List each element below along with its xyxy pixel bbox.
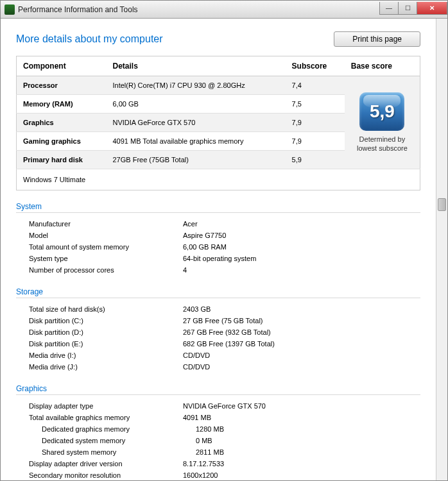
col-component: Component [17, 56, 107, 76]
section-title-storage: Storage [16, 287, 420, 298]
kv-row: Media drive (I:)CD/DVD [16, 350, 420, 361]
kv-row: ManufacturerAcer [16, 218, 420, 230]
row-details: 4091 MB Total available graphics memory [106, 132, 285, 151]
col-details: Details [106, 56, 285, 76]
kv-value: NVIDIA GeForce GTX 570 [183, 402, 266, 410]
kv-label: Display adapter type [29, 402, 183, 410]
kv-label: System type [29, 255, 183, 262]
row-details: 6,00 GB [106, 95, 285, 114]
header-row: More details about my computer Print thi… [16, 31, 420, 47]
kv-value: 64-bit operating system [183, 255, 256, 262]
kv-label: Shared system memory [42, 448, 196, 456]
kv-value: Acer [183, 220, 198, 228]
kv-value: 682 GB Free (1397 GB Total) [183, 340, 275, 348]
basescore-badge-icon: 5,9 [359, 92, 404, 131]
kv-row: Total size of hard disk(s)2403 GB [16, 303, 420, 315]
kv-value: 4 [183, 266, 187, 274]
basescore-number: 5,9 [370, 101, 395, 122]
row-subscore: 7,9 [286, 132, 345, 151]
row-label: Primary hard disk [17, 151, 107, 169]
kv-row: Disk partition (D:)267 GB Free (932 GB T… [16, 326, 420, 338]
kv-label: Model [29, 232, 183, 239]
basescore-box: 5,9 Determined by lowest subscore [357, 92, 408, 153]
row-label: Memory (RAM) [17, 95, 107, 114]
window-controls: — ☐ ✕ [380, 2, 447, 15]
close-button[interactable]: ✕ [417, 2, 447, 15]
kv-row: Dedicated graphics memory1280 MB [16, 423, 420, 435]
kv-row: Disk partition (E:)682 GB Free (1397 GB … [16, 338, 420, 350]
kv-value: CD/DVD [183, 363, 210, 371]
kv-label: Number of processor cores [29, 266, 183, 274]
score-row-processor: Processor Intel(R) Core(TM) i7 CPU 930 @… [17, 76, 420, 95]
row-label: Processor [17, 76, 107, 95]
kv-label: Disk partition (D:) [29, 328, 183, 336]
print-button[interactable]: Print this page [334, 31, 420, 47]
kv-value: 1280 MB [196, 425, 224, 433]
scrollbar[interactable] [436, 19, 447, 480]
app-icon [4, 4, 15, 15]
kv-value: CD/DVD [183, 351, 210, 359]
kv-label: Media drive (I:) [29, 351, 183, 359]
row-label: Gaming graphics [17, 132, 107, 151]
kv-value: 267 GB Free (932 GB Total) [183, 328, 271, 336]
score-table: Component Details Subscore Base score Pr… [16, 56, 420, 190]
score-row-os: Windows 7 Ultimate [17, 169, 420, 190]
kv-row: Secondary monitor resolution1600x1200 [16, 469, 420, 480]
kv-row: Dedicated system memory0 MB [16, 435, 420, 446]
kv-label: Disk partition (E:) [29, 340, 183, 348]
col-subscore: Subscore [286, 56, 345, 76]
kv-value: 8.17.12.7533 [183, 460, 224, 468]
row-details: 27GB Free (75GB Total) [106, 151, 285, 169]
kv-label: Secondary monitor resolution [29, 471, 183, 479]
kv-row: Total amount of system memory6,00 GB RAM [16, 241, 420, 253]
section-storage: Storage Total size of hard disk(s)2403 G… [16, 287, 420, 373]
row-details: Intel(R) Core(TM) i7 CPU 930 @ 2.80GHz [106, 76, 285, 95]
kv-row: Number of processor cores4 [16, 264, 420, 276]
window: Performance Information and Tools — ☐ ✕ … [0, 0, 448, 481]
kv-label: Manufacturer [29, 220, 183, 228]
kv-label: Display adapter driver version [29, 460, 183, 468]
kv-value: Aspire G7750 [183, 232, 226, 239]
content: More details about my computer Print thi… [1, 19, 436, 480]
kv-value: 6,00 GB RAM [183, 243, 227, 251]
row-subscore: 5,9 [286, 151, 345, 169]
basescore-caption1: Determined by [357, 135, 408, 144]
section-system: System ManufacturerAcerModelAspire G7750… [16, 202, 420, 276]
maximize-button[interactable]: ☐ [398, 2, 417, 15]
row-subscore: 7,9 [286, 114, 345, 132]
kv-value: 27 GB Free (75 GB Total) [183, 317, 263, 325]
kv-value: 0 MB [196, 437, 212, 444]
row-subscore: 7,4 [286, 76, 345, 95]
kv-row: Disk partition (C:)27 GB Free (75 GB Tot… [16, 315, 420, 326]
content-wrap: More details about my computer Print thi… [1, 19, 447, 480]
section-graphics: Graphics Display adapter typeNVIDIA GeFo… [16, 384, 420, 480]
kv-value: 4091 MB [183, 414, 211, 421]
window-title: Performance Information and Tools [18, 5, 380, 14]
kv-label: Disk partition (C:) [29, 317, 183, 325]
kv-label: Total available graphics memory [29, 414, 183, 421]
col-basescore: Base score [345, 56, 420, 76]
kv-value: 1600x1200 [183, 471, 218, 479]
kv-value: 2811 MB [196, 448, 224, 456]
kv-row: Total available graphics memory4091 MB [16, 412, 420, 423]
os-label: Windows 7 Ultimate [17, 169, 420, 190]
section-title-graphics: Graphics [16, 384, 420, 395]
scroll-thumb[interactable] [438, 198, 446, 211]
minimize-button[interactable]: — [379, 2, 399, 15]
kv-row: Shared system memory2811 MB [16, 446, 420, 458]
row-details: NVIDIA GeForce GTX 570 [106, 114, 285, 132]
kv-row: System type64-bit operating system [16, 253, 420, 264]
basescore-caption2: lowest subscore [357, 144, 408, 153]
titlebar[interactable]: Performance Information and Tools — ☐ ✕ [1, 1, 447, 19]
page-heading: More details about my computer [16, 33, 163, 45]
kv-row: Display adapter driver version8.17.12.75… [16, 458, 420, 469]
row-label: Graphics [17, 114, 107, 132]
kv-row: Display adapter typeNVIDIA GeForce GTX 5… [16, 400, 420, 412]
kv-label: Total size of hard disk(s) [29, 305, 183, 313]
kv-label: Dedicated system memory [42, 437, 196, 444]
row-subscore: 7,5 [286, 95, 345, 114]
kv-label: Media drive (J:) [29, 363, 183, 371]
kv-label: Total amount of system memory [29, 243, 183, 251]
basescore-cell: 5,9 Determined by lowest subscore [345, 76, 420, 169]
kv-label: Dedicated graphics memory [42, 425, 196, 433]
